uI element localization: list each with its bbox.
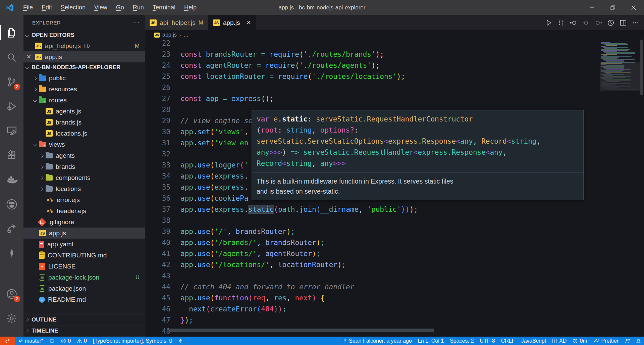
tree-item-locations[interactable]: locations [23, 183, 145, 194]
code-line-47[interactable]: 47}); [145, 315, 644, 326]
menu-terminal[interactable]: Terminal [148, 4, 180, 11]
code-line-39[interactable]: 39app.use('/', brandsRouter); [145, 226, 644, 237]
restore-icon[interactable] [602, 0, 623, 15]
source-control-icon[interactable]: 2 [0, 69, 23, 94]
menu-help[interactable]: Help [180, 4, 201, 11]
tree-item-components[interactable]: ▪components [23, 172, 145, 183]
remote-explorer-icon[interactable] [0, 118, 23, 143]
menu-go[interactable]: Go [112, 4, 128, 11]
status-commit-author[interactable]: Sean Falconer, a year ago [340, 337, 415, 345]
status-prettier-check[interactable]: ✓✓Prettier [590, 337, 622, 345]
open-editor-api_helper.js[interactable]: JSapi_helper.jslibM [23, 40, 145, 51]
code-line-37[interactable]: 37app.use(express.static(path.join(__dir… [145, 204, 644, 215]
close-tab-icon[interactable]: ✕ [247, 19, 251, 26]
code-line-26[interactable]: 26 [145, 82, 644, 93]
open-editor-app.js[interactable]: ✕JSapp.js [23, 51, 145, 62]
code-line-46[interactable]: 46 next(createError(404)); [145, 304, 644, 315]
tree-item-app.js[interactable]: JSapp.js [23, 228, 145, 239]
close-editor-icon[interactable]: ✕ [26, 53, 32, 60]
tab-api-helper[interactable]: JS api_helper.js M [145, 15, 208, 30]
tree-item-locations.js[interactable]: JSlocations.js [23, 128, 145, 139]
status--typescript-importer-symbols-0[interactable]: [TypeScript Importer]: Symbols: 0 [90, 337, 175, 345]
menu-file[interactable]: File [19, 4, 37, 11]
status-javascript[interactable]: JavaScript [518, 337, 549, 345]
accounts-icon[interactable]: 2 [0, 282, 23, 306]
tab-app-js[interactable]: JS app.js ✕ [208, 15, 256, 30]
compare-icon[interactable] [556, 18, 566, 28]
tree-item-public[interactable]: ◦public [23, 72, 145, 84]
code-line-44[interactable]: 44// catch 404 and forward to error hand… [145, 282, 644, 293]
code-line-24[interactable]: 24const agentRouter = require('./routes/… [145, 60, 644, 71]
code-line-43[interactable]: 43 [145, 270, 644, 282]
tree-item-agents.js[interactable]: JSagents.js [23, 106, 145, 117]
nav-back-circle-icon[interactable] [569, 18, 579, 28]
tree-item-CONTRIBUTING.md[interactable]: CONTRIBUTING.md [23, 250, 145, 261]
horizontal-scrollbar[interactable] [167, 329, 434, 332]
tree-item-routes[interactable]: ↗routes [23, 95, 145, 106]
mongodb-icon[interactable] [0, 241, 23, 265]
settings-gear-icon[interactable] [0, 306, 23, 331]
minimap-viewport[interactable] [600, 62, 640, 91]
section-project[interactable]: BC-BM-NODEJS-API-EXPLORER [23, 62, 145, 72]
tree-item-header.ejs[interactable]: <%header.ejs [23, 205, 145, 216]
tree-item-LICENSE[interactable]: ★LICENSE [23, 261, 145, 272]
run-debug-icon[interactable] [0, 94, 23, 118]
code-line-38[interactable]: 38 [145, 215, 644, 226]
tree-item-package-lock.json[interactable]: JSpackage-lock.jsonU [23, 272, 145, 283]
close-icon[interactable] [623, 0, 644, 15]
status-bolt[interactable] [175, 337, 185, 345]
tree-item-views[interactable]: ✦views [23, 139, 145, 150]
split-editor-icon[interactable] [618, 18, 628, 28]
tree-item-package.json[interactable]: JSpackage.json [23, 283, 145, 294]
timer-icon[interactable] [606, 18, 616, 28]
tree-item-resources[interactable]: ≡resources [23, 84, 145, 95]
more-actions-icon[interactable] [631, 18, 641, 28]
status-warning[interactable]: 0 [74, 337, 90, 345]
menu-selection[interactable]: Selection [56, 4, 90, 11]
section-open-editors[interactable]: OPEN EDITORS [23, 30, 145, 40]
tree-item-brands[interactable]: brands [23, 161, 145, 172]
code-line-25[interactable]: 25const locationRouter = require('./rout… [145, 71, 644, 82]
minimap[interactable] [601, 42, 639, 91]
tree-item-app.yaml[interactable]: app.yaml [23, 239, 145, 250]
code-line-23[interactable]: 23const brandsRouter = require('./routes… [145, 49, 644, 60]
section-outline[interactable]: OUTLINE [23, 314, 145, 326]
vertical-scrollbar[interactable] [639, 40, 644, 337]
search-icon[interactable] [0, 45, 23, 69]
code-line-40[interactable]: 40app.use('/brands/', brandsRouter); [145, 237, 644, 248]
breadcrumb[interactable]: JS app.js › ... [145, 30, 644, 40]
status-xd[interactable]: XD [549, 337, 570, 345]
menu-run[interactable]: Run [128, 4, 148, 11]
nav-circle-icon[interactable] [581, 18, 591, 28]
menu-edit[interactable]: Edit [37, 4, 56, 11]
minimize-icon[interactable] [582, 0, 602, 15]
status-branch[interactable]: master* [15, 337, 46, 345]
code-line-22[interactable]: 22 [145, 40, 644, 49]
status-sync[interactable] [46, 337, 58, 345]
status-spaces-2[interactable]: Spaces: 2 [447, 337, 477, 345]
tree-item-error.ejs[interactable]: <%error.ejs [23, 194, 145, 205]
nav-forward-circle-icon[interactable] [593, 18, 603, 28]
status-bell[interactable] [633, 337, 644, 345]
sidebar-more-actions-icon[interactable]: ··· [132, 19, 140, 26]
paw-icon[interactable] [0, 192, 23, 216]
section-timeline[interactable]: TIMELINE [23, 326, 145, 337]
status-utf-8[interactable]: UTF-8 [477, 337, 498, 345]
menu-view[interactable]: View [90, 4, 112, 11]
status-error-circle[interactable]: 0 [58, 337, 74, 345]
docker-icon[interactable] [0, 167, 23, 192]
code-line-42[interactable]: 42app.use('/locations/', locationRouter)… [145, 259, 644, 270]
code-line-41[interactable]: 41app.use('/agents/', agentRouter); [145, 248, 644, 259]
extensions-icon[interactable] [0, 143, 23, 167]
tree-item-brands.js[interactable]: JSbrands.js [23, 117, 145, 128]
status-feedback[interactable] [622, 337, 633, 345]
tree-item-README.md[interactable]: iREADME.md [23, 294, 145, 305]
explorer-icon[interactable] [0, 20, 23, 45]
status-crlf[interactable]: CRLF [498, 337, 518, 345]
run-icon[interactable] [544, 18, 554, 28]
code-line-27[interactable]: 27const app = express(); [145, 93, 644, 104]
status-history-clock[interactable]: 0m [570, 337, 590, 345]
tree-item-.gitignore[interactable]: .gitignore [23, 216, 145, 228]
code-line-45[interactable]: 45app.use(function(req, res, next) { [145, 293, 644, 304]
tree-item-agents[interactable]: agents [23, 150, 145, 161]
